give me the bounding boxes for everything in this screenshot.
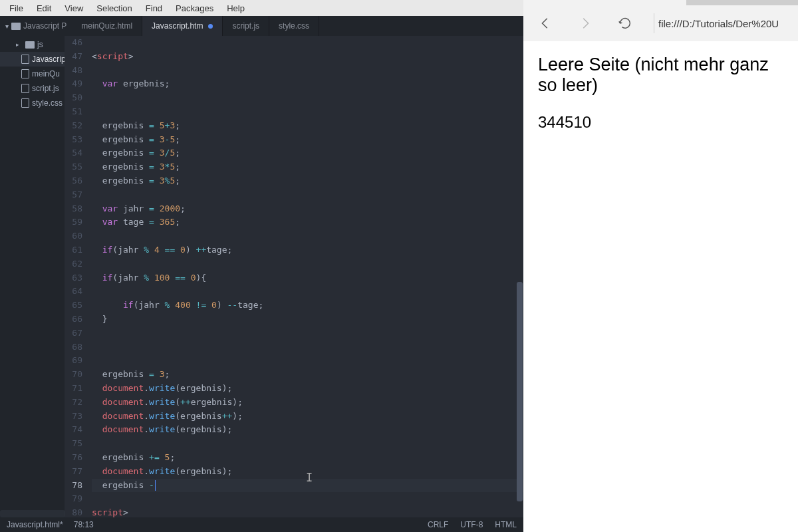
arrow-right-icon	[578, 16, 593, 31]
status-language[interactable]: HTML	[495, 520, 517, 529]
tree-label: meinQu	[32, 69, 60, 78]
menu-packages[interactable]: Packages	[169, 2, 220, 15]
page-output: 344510	[538, 113, 783, 132]
folder-icon	[11, 23, 21, 30]
browser-tab-stub[interactable]	[686, 0, 798, 5]
tree-file-scriptjs[interactable]: script.js	[0, 81, 65, 96]
tree-label: script.js	[32, 84, 59, 93]
back-button[interactable]	[534, 12, 557, 35]
file-icon	[21, 84, 29, 93]
file-icon	[21, 55, 29, 64]
tab-meinquiz[interactable]: meinQuiz.html	[72, 16, 142, 36]
code-editor[interactable]: 4647484950515253545556575859606162636465…	[65, 36, 523, 517]
folder-icon	[25, 41, 35, 49]
tab-label: meinQuiz.html	[81, 21, 132, 31]
reload-button[interactable]	[614, 12, 636, 35]
project-root-tab[interactable]: ▾ Javascript P	[0, 16, 72, 36]
url-bar[interactable]: file:///D:/Tutorials/Der%20U	[654, 13, 787, 33]
tab-javascript-html[interactable]: Javascript.htm	[142, 16, 223, 36]
menu-help[interactable]: Help	[220, 2, 251, 15]
file-icon	[21, 69, 29, 78]
menu-bar: File Edit View Selection Find Packages H…	[0, 0, 523, 16]
file-icon	[21, 98, 29, 108]
forward-button[interactable]	[574, 12, 597, 35]
menu-view[interactable]: View	[58, 2, 90, 15]
tree-label: Javascrip	[32, 55, 65, 64]
status-cursor-pos[interactable]: 78:13	[74, 520, 94, 529]
scroll-thumb[interactable]	[517, 282, 523, 501]
vertical-scrollbar[interactable]	[515, 36, 523, 517]
tab-stylecss[interactable]: style.css	[269, 16, 319, 36]
status-eol[interactable]: CRLF	[428, 520, 448, 529]
modified-dot-icon	[208, 24, 213, 29]
project-root-label: Javascript P	[23, 21, 66, 31]
status-bar: Javascript.html* 78:13 CRLF UTF-8 HTML	[0, 517, 523, 532]
menu-edit[interactable]: Edit	[30, 2, 58, 15]
arrow-left-icon	[538, 16, 553, 31]
status-filename[interactable]: Javascript.html*	[7, 520, 63, 529]
browser-pane: file:///D:/Tutorials/Der%20U Leere Seite…	[523, 0, 798, 532]
tree-file-meinquiz[interactable]: meinQu	[0, 66, 65, 81]
menu-find[interactable]: Find	[139, 2, 169, 15]
tab-label: Javascript.htm	[152, 21, 203, 31]
tree-file-javascript[interactable]: Javascrip	[0, 52, 65, 66]
reload-icon	[618, 16, 632, 31]
tab-scriptjs[interactable]: script.js	[223, 16, 269, 36]
browser-viewport: Leere Seite (nicht mehr ganz so leer) 34…	[523, 41, 798, 532]
tree-folder-js[interactable]: ▸ js	[0, 37, 65, 52]
code-content[interactable]: <script> var ergebnis; ergebnis = 5+3; e…	[88, 36, 523, 517]
text-cursor-icon: I	[306, 471, 307, 482]
file-tree: ▸ js Javascrip meinQu script.js style.cs…	[0, 36, 65, 517]
tree-file-stylecss[interactable]: style.css	[0, 96, 65, 110]
status-encoding[interactable]: UTF-8	[460, 520, 483, 529]
browser-toolbar: file:///D:/Tutorials/Der%20U	[523, 5, 798, 41]
url-text: file:///D:/Tutorials/Der%20U	[658, 18, 779, 29]
tab-label: script.js	[232, 21, 259, 31]
editor-pane: File Edit View Selection Find Packages H…	[0, 0, 523, 532]
horizontal-scroll-thumb[interactable]	[0, 510, 65, 517]
line-gutter: 4647484950515253545556575859606162636465…	[65, 36, 88, 517]
menu-selection[interactable]: Selection	[90, 2, 138, 15]
tree-label: style.css	[32, 98, 63, 108]
tree-label: js	[37, 40, 43, 49]
tab-bar: ▾ Javascript P meinQuiz.html Javascript.…	[0, 16, 523, 36]
tab-label: style.css	[279, 21, 309, 31]
menu-file[interactable]: File	[3, 2, 30, 15]
page-heading: Leere Seite (nicht mehr ganz so leer)	[538, 55, 783, 96]
chevron-right-icon: ▸	[16, 41, 23, 48]
chevron-down-icon: ▾	[5, 23, 9, 30]
browser-chrome: file:///D:/Tutorials/Der%20U	[523, 0, 798, 41]
